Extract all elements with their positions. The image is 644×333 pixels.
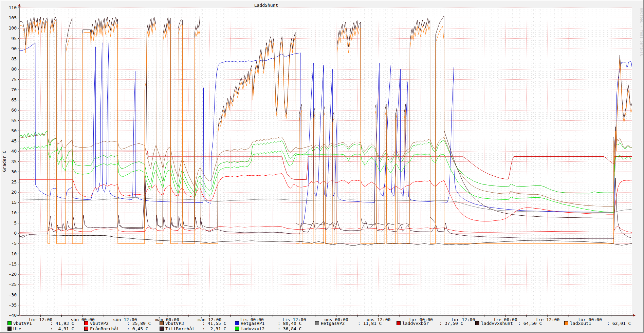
legend-color-swatch (7, 321, 12, 325)
legend-label: vbutVP2 (90, 321, 127, 326)
legend-value: : 64,50 C (518, 321, 542, 326)
rrdtool-watermark: RRDTOOL / TOBI OETIKER (640, 8, 643, 56)
legend-color-swatch (315, 321, 319, 325)
legend-item-HetgasVP2: HetgasVP2: 11,81 C (315, 321, 382, 326)
legend-value: : 36,84 C (278, 326, 301, 331)
legend-value: : 41,93 C (50, 321, 74, 326)
legend-value: : -4,91 C (50, 326, 74, 331)
legend-value: : 37,50 C (439, 321, 463, 326)
legend-label: ladxxut1 (570, 321, 607, 326)
legend-label: HetgasVP2 (321, 321, 358, 326)
legend-item-vbutVP1: vbutVP1: 41,93 C (7, 321, 74, 326)
legend-color-swatch (7, 327, 12, 331)
legend-label: laddvvxbör (402, 321, 439, 326)
legend-color-swatch (235, 321, 239, 325)
legend-label: TillBorrhål (165, 326, 202, 331)
legend-color-swatch (475, 321, 479, 325)
legend-label: laddvvxshunt (481, 321, 518, 326)
legend-value: : 0,45 C (127, 326, 148, 331)
legend-value: : 41,55 C (202, 321, 226, 326)
legend-item-HetgasVP1: HetgasVP1: 80,40 C (235, 321, 301, 326)
legend-value: : 25,89 C (127, 321, 151, 326)
legend-item-ladxxut1: ladxxut1: 62,01 C (564, 321, 631, 326)
legend-color-swatch (564, 321, 568, 325)
legend-value: : 11,81 C (358, 321, 382, 326)
legend-item-FrånBorrhål: FrånBorrhål: 0,45 C (84, 326, 148, 331)
legend-item-Ute: Ute: -4,91 C (7, 326, 74, 331)
legend-color-swatch (160, 327, 164, 331)
legend-label: FrånBorrhål (90, 326, 127, 331)
legend-color-swatch (84, 321, 88, 325)
legend-color-swatch (84, 327, 88, 331)
legend-label: Ute (13, 326, 50, 331)
legend-label: vbutVP3 (165, 321, 202, 326)
legend-label: vbutVP1 (13, 321, 50, 326)
legend-color-swatch (160, 321, 164, 325)
legend-item-laddvvxbör: laddvvxbör: 37,50 C (397, 321, 463, 326)
legend-item-vbutVP2: vbutVP2: 25,89 C (84, 321, 151, 326)
legend-color-swatch (235, 327, 239, 331)
rrd-graph: LaddShunt Grader C -40-35-30-25-20-15-10… (0, 0, 644, 333)
legend-color-swatch (397, 321, 401, 325)
legend-label: HetgasVP1 (241, 321, 278, 326)
legend-item-laddvvxshunt: laddvvxshunt: 64,50 C (475, 321, 542, 326)
legend-item-ladvvxut2: ladvvxut2: 36,84 C (235, 326, 301, 331)
legend-label: ladvvxut2 (241, 326, 278, 331)
legend-value: : 62,01 C (607, 321, 631, 326)
legend-item-vbutVP3: vbutVP3: 41,55 C (160, 321, 226, 326)
legend-value: : 80,40 C (278, 321, 301, 326)
legend-item-TillBorrhål: TillBorrhål: -2,31 C (160, 326, 226, 331)
legend-value: : -2,31 C (202, 326, 226, 331)
legend: vbutVP1: 41,93 CvbutVP2: 25,89 CvbutVP3:… (0, 0, 644, 333)
